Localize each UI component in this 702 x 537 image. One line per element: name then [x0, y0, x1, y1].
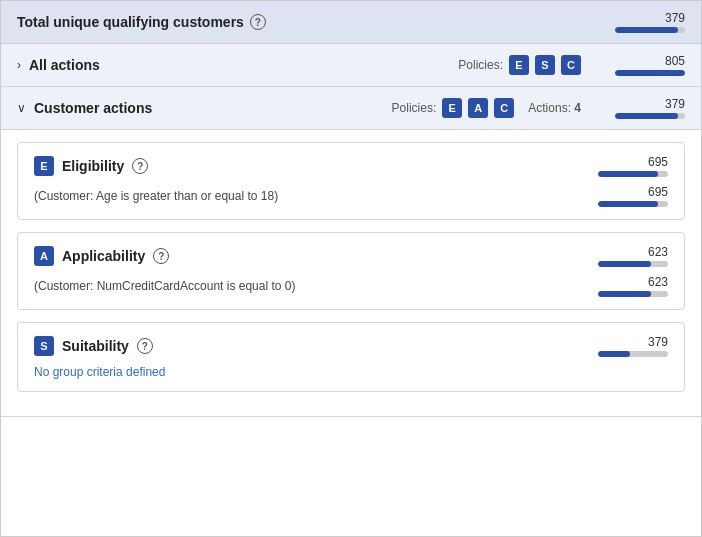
eligibility-value: 695	[648, 155, 668, 169]
applicability-type-badge: A	[34, 246, 54, 266]
applicability-card-header: A Applicability ? 623	[34, 245, 668, 267]
suitability-label: Suitability	[62, 338, 129, 354]
all-actions-left: › All actions	[17, 57, 458, 73]
customer-actions-label: Customer actions	[34, 100, 152, 116]
applicability-detail-bar-fill	[598, 291, 651, 297]
all-actions-bar-fill	[615, 70, 685, 76]
eligibility-bar-track	[598, 171, 668, 177]
header-info-icon[interactable]: ?	[250, 14, 266, 30]
suitability-info-icon[interactable]: ?	[137, 338, 153, 354]
header-row: Total unique qualifying customers ? 379	[1, 1, 701, 44]
suitability-card: S Suitability ? 379 No group criteria de…	[17, 322, 685, 392]
customer-actions-row: ∨ Customer actions Policies: E A C Actio…	[1, 87, 701, 130]
all-actions-policies: Policies: E S C	[458, 55, 581, 75]
eligibility-label: Eligibility	[62, 158, 124, 174]
eligibility-bar-fill	[598, 171, 658, 177]
customer-actions-badge-c: C	[494, 98, 514, 118]
all-actions-chevron[interactable]: ›	[17, 58, 21, 72]
eligibility-detail-bar-area: 695	[588, 185, 668, 207]
all-actions-badge-e: E	[509, 55, 529, 75]
suitability-type-badge: S	[34, 336, 54, 356]
suitability-bar-track	[598, 351, 668, 357]
applicability-bar-track	[598, 261, 668, 267]
applicability-bar-area: 623	[588, 245, 668, 267]
customer-actions-value: 379	[665, 97, 685, 111]
applicability-detail-bar-area: 623	[588, 275, 668, 297]
applicability-value: 623	[648, 245, 668, 259]
customer-actions-bar-fill	[615, 113, 678, 119]
suitability-bar-fill	[598, 351, 630, 357]
applicability-detail: (Customer: NumCreditCardAccount is equal…	[34, 275, 668, 297]
applicability-label: Applicability	[62, 248, 145, 264]
suitability-card-header: S Suitability ? 379	[34, 335, 668, 357]
header-bar-fill	[615, 27, 678, 33]
customer-actions-actions-label: Actions: 4	[528, 101, 581, 115]
suitability-no-criteria: No group criteria defined	[34, 365, 668, 379]
all-actions-badge-s: S	[535, 55, 555, 75]
header-title-text: Total unique qualifying customers	[17, 14, 244, 30]
customer-actions-count: 4	[574, 101, 581, 115]
customer-actions-chevron[interactable]: ∨	[17, 101, 26, 115]
eligibility-detail-bar-fill	[598, 201, 658, 207]
applicability-title: A Applicability ?	[34, 246, 169, 266]
header-value: 379	[665, 11, 685, 25]
header-bar-area: 379	[605, 11, 685, 33]
applicability-detail-bar-track	[598, 291, 668, 297]
header-title: Total unique qualifying customers ?	[17, 14, 266, 30]
customer-actions-left: ∨ Customer actions	[17, 100, 392, 116]
eligibility-card-header: E Eligibility ? 695	[34, 155, 668, 177]
applicability-bar-fill	[598, 261, 651, 267]
eligibility-bar-area: 695	[588, 155, 668, 177]
eligibility-type-badge: E	[34, 156, 54, 176]
suitability-title: S Suitability ?	[34, 336, 153, 356]
header-bar-track	[615, 27, 685, 33]
all-actions-row: › All actions Policies: E S C 805	[1, 44, 701, 87]
customer-actions-policies-label: Policies:	[392, 101, 437, 115]
customer-actions-bar-area: 379	[605, 97, 685, 119]
customer-actions-policies: Policies: E A C Actions: 4	[392, 98, 581, 118]
expanded-content: E Eligibility ? 695 (Customer: Age is gr…	[1, 142, 701, 417]
eligibility-detail-value: 695	[648, 185, 668, 199]
customer-actions-bar-track	[615, 113, 685, 119]
eligibility-card: E Eligibility ? 695 (Customer: Age is gr…	[17, 142, 685, 220]
all-actions-policies-label: Policies:	[458, 58, 503, 72]
all-actions-label: All actions	[29, 57, 100, 73]
all-actions-badge-c: C	[561, 55, 581, 75]
applicability-info-icon[interactable]: ?	[153, 248, 169, 264]
eligibility-detail-text: (Customer: Age is greater than or equal …	[34, 189, 588, 203]
suitability-value: 379	[648, 335, 668, 349]
customer-actions-badge-a: A	[468, 98, 488, 118]
eligibility-detail: (Customer: Age is greater than or equal …	[34, 185, 668, 207]
all-actions-bar-area: 805	[605, 54, 685, 76]
eligibility-title: E Eligibility ?	[34, 156, 148, 176]
suitability-bar-area: 379	[588, 335, 668, 357]
eligibility-info-icon[interactable]: ?	[132, 158, 148, 174]
applicability-card: A Applicability ? 623 (Customer: NumCred…	[17, 232, 685, 310]
customer-actions-badge-e: E	[442, 98, 462, 118]
applicability-detail-value: 623	[648, 275, 668, 289]
all-actions-value: 805	[665, 54, 685, 68]
eligibility-detail-bar-track	[598, 201, 668, 207]
applicability-detail-text: (Customer: NumCreditCardAccount is equal…	[34, 279, 588, 293]
all-actions-bar-track	[615, 70, 685, 76]
